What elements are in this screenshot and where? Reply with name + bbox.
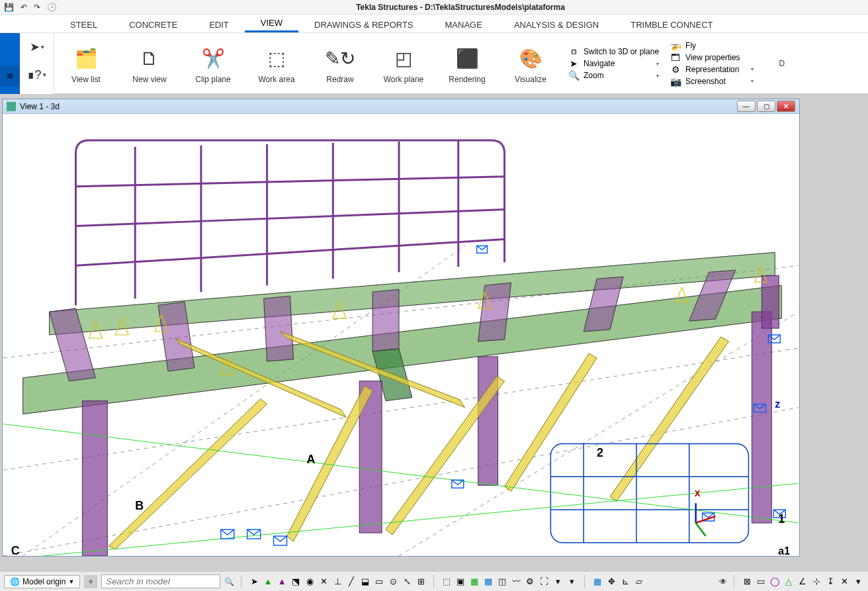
point-green-icon[interactable]: ▲ [262, 576, 274, 588]
close-button[interactable]: ✕ [777, 101, 795, 112]
dropdown-icon[interactable]: ▾ [552, 576, 564, 588]
select-assembly-icon[interactable]: ▦ [468, 576, 480, 588]
filter-node-icon[interactable]: ⊹ [810, 576, 822, 588]
visibility-icon[interactable]: 👁 [719, 577, 727, 586]
drag-icon[interactable]: ✥ [605, 576, 617, 588]
grid-label-A: A [306, 453, 315, 466]
grid-label-a1: a1 [778, 545, 790, 556]
rendering-icon: ⬛ [456, 43, 479, 75]
plane-icon[interactable]: ▱ [633, 576, 645, 588]
minimize-button[interactable]: — [737, 101, 756, 112]
grid-icon[interactable]: ⊞ [415, 576, 427, 588]
representation-button[interactable]: ⚙Representation▾ [670, 64, 754, 75]
filter-rect-icon[interactable]: ▭ [755, 576, 767, 588]
work-area-button[interactable]: ⬚ Work area [245, 33, 308, 93]
rendering-button[interactable]: ⬛ Rendering [435, 33, 499, 93]
new-view-button[interactable]: 🗋 New view [118, 33, 181, 93]
zoom-button[interactable]: 🔍Zoom▾ [568, 70, 659, 81]
search-input[interactable] [101, 574, 220, 588]
work-plane-icon: ◰ [395, 43, 412, 75]
select-weld-icon[interactable]: 〰 [510, 576, 522, 588]
select-object-icon[interactable]: ◫ [496, 576, 508, 588]
menu-drawings[interactable]: DRAWINGS & REPORTS [298, 17, 429, 32]
left-rail: ≡ [0, 33, 20, 94]
menu-steel[interactable]: STEEL [54, 17, 113, 32]
ortho-icon[interactable]: ⊾ [619, 576, 631, 588]
filter-circle-icon[interactable]: ◯ [769, 576, 781, 588]
filter-triangle-icon[interactable]: △ [783, 576, 795, 588]
zoom-icon: 🔍 [568, 70, 580, 81]
dropdown-2-icon[interactable]: ▾ [566, 576, 578, 588]
coordinate-origin-dropdown[interactable]: 🌐 Model origin ▼ [4, 575, 80, 588]
view-properties-button[interactable]: 🗔View properties [670, 52, 754, 63]
work-plane-button[interactable]: ◰ Work plane [372, 33, 435, 93]
extension-icon[interactable]: ⤡ [401, 576, 413, 588]
filter-arrow-icon[interactable]: ↧ [824, 576, 836, 588]
model-3d: x z A B C 1 2 a1 [3, 114, 799, 556]
grid-toggle-icon[interactable]: ▦ [591, 576, 603, 588]
redo-icon[interactable]: ↷ [34, 3, 40, 12]
view-list-button[interactable]: 🗂️ View list [54, 33, 118, 93]
visualize-icon: 🎨 [519, 43, 542, 75]
filter-dropdown-icon[interactable]: ▾ [852, 576, 864, 588]
center-icon[interactable]: ⊙ [387, 576, 399, 588]
cursor-snap-icon[interactable]: ➤ [248, 576, 260, 588]
redraw-button[interactable]: ✎↻ Redraw [308, 33, 372, 93]
view-window-titlebar[interactable]: View 1 - 3d — ▢ ✕ [3, 99, 799, 114]
switch-3d-button[interactable]: ⧈Switch to 3D or plane [568, 46, 659, 57]
menu-manage[interactable]: MANAGE [429, 17, 498, 32]
workspace: View 1 - 3d — ▢ ✕ [0, 94, 868, 571]
save-icon[interactable]: 💾 [4, 3, 14, 12]
select-component-icon[interactable]: ▩ [482, 576, 494, 588]
fly-button[interactable]: 🚁Fly [670, 40, 754, 51]
add-view-button[interactable]: + [84, 575, 97, 588]
point-purple-icon[interactable]: ▲ [276, 576, 288, 588]
menu-trimble[interactable]: TRIMBLE CONNECT [615, 17, 728, 32]
menu-view[interactable]: VIEW [245, 15, 298, 32]
history-icon[interactable]: 🕓 [47, 3, 57, 12]
work-area-label: Work area [258, 75, 294, 84]
view-properties-icon: 🗔 [670, 52, 681, 63]
select-all-icon[interactable]: ⬚ [441, 576, 453, 588]
screenshot-button[interactable]: 📷Screenshot▾ [670, 76, 754, 87]
navigate-button[interactable]: ➤Navigate▾ [568, 58, 659, 69]
svg-rect-19 [761, 275, 779, 328]
app-menu-button[interactable]: ≡ [0, 66, 20, 86]
menu-concrete[interactable]: CONCRETE [113, 17, 193, 32]
visualize-button[interactable]: 🎨 Visualize [499, 33, 562, 93]
assembly-hierarchy-icon[interactable]: ⛶ [538, 576, 550, 588]
filter-x-icon[interactable]: ✕ [838, 576, 850, 588]
work-area-icon: ⬚ [268, 43, 285, 75]
clip-plane-button[interactable]: ✂️ Clip plane [181, 33, 245, 93]
svg-line-54 [696, 523, 706, 536]
svg-marker-10 [372, 289, 399, 351]
undo-icon[interactable]: ↶ [21, 3, 27, 12]
ribbon-list-view: 🚁Fly 🗔View properties ⚙Representation▾ 📷… [664, 40, 759, 87]
grid-label-1: 1 [778, 512, 785, 525]
midpoint-icon[interactable]: ◉ [304, 576, 316, 588]
intersection-icon[interactable]: ✕ [318, 576, 329, 588]
fly-icon: 🚁 [670, 40, 681, 51]
filter-angle-icon[interactable]: ∠ [797, 576, 808, 588]
search-icon[interactable]: 🔍 [224, 577, 234, 586]
select-bolt-icon[interactable]: ⚙ [524, 576, 536, 588]
view-window-icon [7, 102, 16, 111]
edge-icon[interactable]: ⬓ [359, 576, 371, 588]
ribbon-extra: D [759, 59, 785, 68]
face-icon[interactable]: ▭ [373, 576, 385, 588]
help-tooltip-tool[interactable]: ∎?▾ [27, 68, 46, 82]
svg-marker-20 [108, 399, 267, 549]
menu-analysis[interactable]: ANALYSIS & DESIGN [498, 17, 615, 32]
viewport-3d[interactable]: x z A B C 1 2 a1 [3, 114, 799, 556]
perpendicular-icon[interactable]: ⊥ [331, 576, 343, 588]
cursor-tool[interactable]: ➤▾ [30, 40, 44, 54]
line-icon[interactable]: ╱ [345, 576, 357, 588]
filter-box-icon[interactable]: ⊠ [741, 576, 753, 588]
select-part-icon[interactable]: ▣ [455, 576, 466, 588]
menu-edit[interactable]: EDIT [193, 17, 245, 32]
maximize-button[interactable]: ▢ [757, 101, 775, 112]
view-list-label: View list [71, 75, 101, 84]
title-bar: 💾 ↶ ↷ 🕓 Tekla Structures - D:\TeklaStruc… [0, 0, 868, 15]
svg-rect-18 [752, 312, 771, 523]
endpoint-icon[interactable]: ⬔ [290, 576, 302, 588]
